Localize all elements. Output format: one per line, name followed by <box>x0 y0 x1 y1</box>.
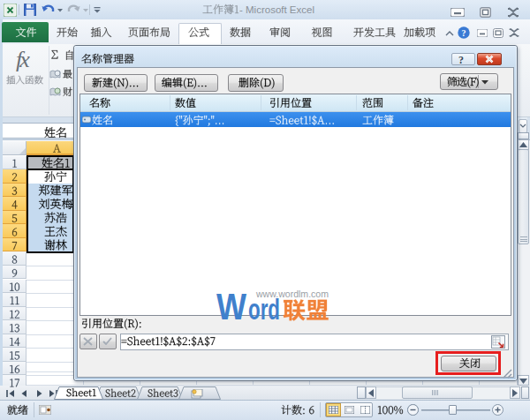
svg-text:W: W <box>216 285 246 327</box>
svg-text:ord: ord <box>248 293 280 326</box>
